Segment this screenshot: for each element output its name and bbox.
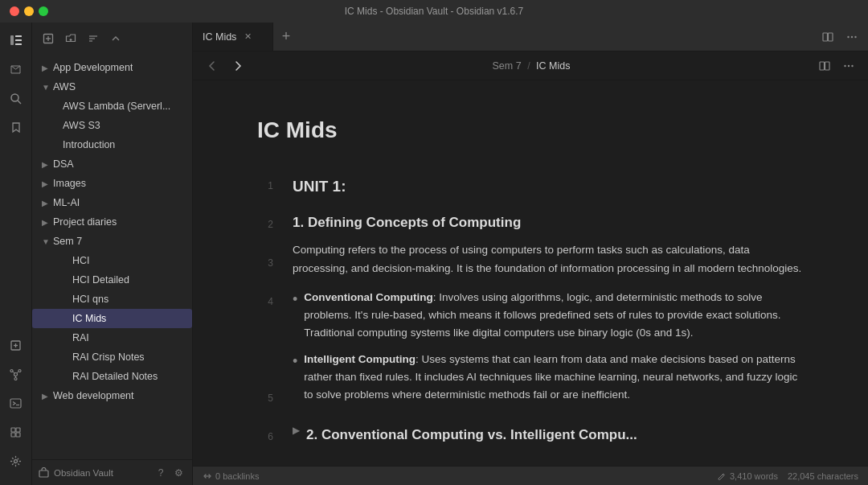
- file-explorer: ▶ App Development ▼ AWS AWS Lambda (Serv…: [32, 23, 193, 485]
- file-aws-s3[interactable]: AWS S3: [32, 116, 192, 135]
- chevron-right-icon: ▶: [42, 218, 53, 227]
- bookmark-icon[interactable]: [3, 114, 29, 140]
- file-introduction[interactable]: Introduction: [32, 135, 192, 154]
- file-aws-lambda[interactable]: AWS Lambda (Serverl...: [32, 97, 192, 116]
- svg-rect-21: [16, 433, 20, 437]
- tab-bar: IC Mids ✕ +: [193, 23, 868, 51]
- svg-line-5: [18, 101, 21, 104]
- vault-help-button[interactable]: ?: [154, 466, 168, 480]
- folder-images[interactable]: ▶ Images: [32, 174, 192, 193]
- folder-project-diaries[interactable]: ▶ Project diaries: [32, 212, 192, 232]
- chevron-right-icon: ▶: [42, 160, 53, 169]
- explorer-toolbar: [32, 23, 192, 55]
- doc-header: Sem 7 / IC Mids: [193, 51, 868, 80]
- split-view-icon[interactable]: [815, 56, 834, 76]
- file-rai[interactable]: RAI: [32, 328, 192, 347]
- svg-rect-32: [823, 33, 828, 41]
- content-body: UNIT 1: 1. Defining Concepts of Computin…: [293, 175, 804, 466]
- svg-point-4: [11, 94, 18, 101]
- collapse-all-button[interactable]: [106, 29, 125, 48]
- file-ic-mids[interactable]: IC Mids: [32, 309, 192, 328]
- vault-footer[interactable]: Obsidian Vault ? ⚙: [32, 459, 192, 485]
- graph-view-icon[interactable]: [3, 361, 29, 387]
- svg-point-40: [848, 64, 850, 66]
- nav-forward-button[interactable]: [228, 56, 248, 76]
- pencil-icon: [717, 471, 727, 481]
- svg-point-22: [14, 459, 18, 462]
- new-folder-button[interactable]: [61, 29, 80, 48]
- folder-app-development[interactable]: ▶ App Development: [32, 58, 192, 77]
- word-count-section[interactable]: 3,410 words: [717, 471, 778, 481]
- breadcrumb-current: IC Mids: [536, 60, 570, 72]
- folder-aws[interactable]: ▼ AWS: [32, 77, 192, 97]
- backlinks-icon: [203, 471, 212, 481]
- file-hci-qns[interactable]: HCI qns: [32, 290, 192, 309]
- svg-rect-0: [10, 35, 14, 45]
- section2-container: ▶ 2. Conventional Computing vs. Intellig…: [293, 416, 804, 446]
- chevron-down-icon: ▼: [42, 237, 53, 246]
- document-content[interactable]: IC Mids 1 2 3 4 5 6: [193, 80, 868, 466]
- svg-point-9: [14, 372, 18, 376]
- expand-icon[interactable]: ▶: [293, 423, 300, 438]
- new-tab-button[interactable]: +: [273, 23, 299, 51]
- maximize-button[interactable]: [39, 6, 48, 16]
- chevron-right-icon: ▶: [42, 179, 53, 188]
- minimize-button[interactable]: [24, 6, 34, 16]
- svg-line-13: [13, 371, 14, 372]
- folder-sem7[interactable]: ▼ Sem 7: [32, 232, 192, 251]
- breadcrumb: Sem 7 / IC Mids: [254, 60, 809, 72]
- bullet-intelligent: • Intelligent Computing: Uses systems th…: [293, 351, 804, 405]
- folder-web-development[interactable]: ▶ Web development: [32, 386, 192, 405]
- close-button[interactable]: [10, 6, 19, 16]
- vault-settings-button[interactable]: ⚙: [171, 466, 186, 480]
- tab-bar-right: [812, 23, 868, 51]
- bullet-conventional: • Conventional Computing: Involves using…: [293, 289, 804, 343]
- new-note-icon[interactable]: [3, 332, 29, 358]
- doc-header-right: [815, 56, 858, 76]
- svg-point-36: [854, 35, 856, 37]
- search-icon[interactable]: [3, 85, 29, 111]
- backlinks-section[interactable]: 0 backlinks: [203, 471, 259, 481]
- nav-back-button[interactable]: [203, 56, 222, 76]
- file-hci[interactable]: HCI: [32, 251, 192, 270]
- file-hci-detailed[interactable]: HCI Detailed: [32, 270, 192, 290]
- svg-rect-37: [820, 62, 825, 70]
- icon-sidebar: [0, 23, 32, 485]
- breadcrumb-parent[interactable]: Sem 7: [493, 60, 522, 72]
- section1-heading: 1. Defining Concepts of Computing: [293, 212, 804, 233]
- reading-view-toggle[interactable]: [818, 27, 837, 47]
- more-options-button[interactable]: [839, 56, 858, 76]
- section2-heading: 2. Conventional Computing vs. Intelligen…: [306, 424, 637, 446]
- vault-name: Obsidian Vault: [54, 468, 113, 478]
- svg-rect-1: [15, 35, 22, 37]
- sidebar-bottom-icons: [3, 332, 29, 480]
- file-rai-crisp-notes[interactable]: RAI Crisp Notes: [32, 347, 192, 367]
- svg-point-39: [844, 64, 845, 66]
- chevron-right-icon: ▶: [42, 199, 53, 208]
- tab-close-icon[interactable]: ✕: [241, 31, 254, 43]
- bullet-dot-icon-2: •: [293, 351, 297, 372]
- file-rai-detailed-notes[interactable]: RAI Detailed Notes: [32, 367, 192, 386]
- folder-dsa[interactable]: ▶ DSA: [32, 154, 192, 174]
- svg-point-11: [18, 369, 21, 372]
- tab-ic-mids[interactable]: IC Mids ✕: [193, 23, 273, 51]
- svg-rect-20: [11, 433, 15, 437]
- svg-rect-38: [825, 62, 830, 70]
- settings-icon[interactable]: [3, 448, 29, 474]
- open-vault-icon[interactable]: [3, 56, 29, 82]
- svg-rect-18: [11, 428, 15, 432]
- window-title: IC Mids - Obsidian Vault - Obsidian v1.6…: [345, 6, 524, 17]
- bullet-intelligent-content: Intelligent Computing: Uses systems that…: [304, 351, 804, 405]
- new-note-button[interactable]: [39, 29, 58, 48]
- chevron-right-icon: ▶: [42, 392, 53, 401]
- svg-point-12: [14, 377, 17, 380]
- terminal-icon[interactable]: [3, 390, 29, 416]
- bullet-conventional-content: Conventional Computing: Involves using a…: [304, 289, 804, 343]
- folder-ml-ai[interactable]: ▶ ML-AI: [32, 193, 192, 212]
- sort-button[interactable]: [84, 29, 103, 48]
- sidebar-toggle-icon[interactable]: [3, 27, 29, 53]
- traffic-lights: [10, 6, 48, 16]
- more-options-icon[interactable]: [842, 27, 862, 47]
- plugins-icon[interactable]: [3, 419, 29, 445]
- svg-rect-3: [15, 43, 22, 45]
